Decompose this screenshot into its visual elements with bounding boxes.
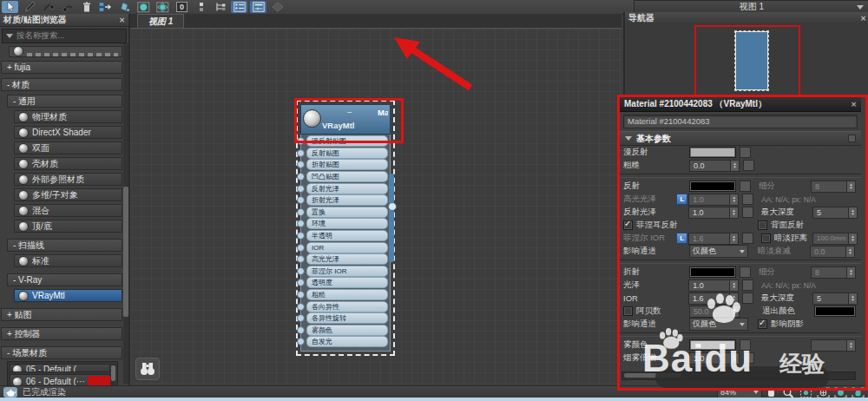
node-input-slot[interactable]: 菲涅尔 IOR [305,266,388,278]
search-options-icon[interactable] [6,34,13,38]
node-output-socket-icon[interactable] [388,202,397,211]
lock-button[interactable]: L [676,194,687,205]
parameter-close-icon[interactable]: ✕ [851,101,857,108]
scene-material-row-06[interactable]: 06 - Default (··· [10,374,110,385]
group-scene-materials[interactable]: - 场景材质 [1,346,122,359]
slot-socket-icon[interactable] [297,291,305,299]
material-type-item-vraymtl[interactable]: VRayMtl [14,289,122,302]
put-material-to-scene-icon[interactable] [40,1,56,13]
fresnel-ior-map-button[interactable] [742,233,753,244]
spinner-arrows-icon[interactable]: ▲▼ [730,161,739,171]
clipped-list-row[interactable] [9,46,122,57]
node-input-slot[interactable]: 各向异性 [305,300,388,312]
material-type-item[interactable]: 顶/底 [14,220,122,233]
material-type-item[interactable]: 外部参照材质 [14,173,122,186]
reflect-color-swatch[interactable] [689,181,736,192]
refract-subdivs-spinner[interactable]: 8▲▼ [811,266,856,279]
backside-checkbox[interactable] [758,220,767,230]
dim-distance-spinner[interactable]: 100.0mm▲▼ [812,233,858,245]
slot-socket-icon[interactable] [297,279,305,286]
refract-glossiness-map-button[interactable] [742,279,753,291]
node-output-bar[interactable] [389,174,394,262]
browser-header[interactable]: 材质/贴图浏览器 ✕ [0,14,128,27]
node-input-slot[interactable]: 透明度 [305,277,388,289]
roughness-spinner[interactable]: 0.0▲▼ [689,160,740,172]
node-input-slot[interactable]: 各异性旋转 [305,312,388,325]
reflect-affect-dropdown[interactable]: 仅颜色 [689,245,748,258]
highlight-glossiness-spinner[interactable]: 1.0▲▼ [688,194,739,206]
reflect-map-button[interactable] [740,181,751,192]
zoom-extents-selected-icon[interactable] [832,386,849,398]
binoculars-icon[interactable] [135,358,160,380]
highlight-glossiness-map-button[interactable] [742,194,753,205]
node-input-slot[interactable]: 高光光泽 [305,253,388,266]
assign-material-to-selection-icon[interactable] [116,1,133,13]
layout-children-icon[interactable] [212,1,228,13]
refract-color-swatch[interactable] [689,266,736,278]
basic-parameters-rollout[interactable]: 基本参数 [620,131,861,146]
ior-spinner[interactable]: 1.6▲▼ [688,293,739,305]
pan-selected-icon[interactable] [849,386,866,398]
scene-list-scrollbar[interactable] [111,364,115,385]
zoom-level-dropdown[interactable]: 84% [717,386,762,398]
diffuse-color-swatch[interactable] [689,147,736,158]
exit-color-swatch[interactable] [814,306,856,317]
browser-close-icon[interactable]: ✕ [119,16,125,24]
node-input-slot[interactable]: IOR [305,241,388,253]
search-by-name-input[interactable]: 按名称搜索... [2,29,127,43]
fog-color-swatch[interactable] [689,339,736,351]
slot-socket-icon[interactable] [297,137,305,145]
group-general[interactable]: - 通用 [7,95,122,108]
refract-glossiness-spinner[interactable]: 1.0▲▼ [688,279,739,292]
node-input-slot[interactable]: 半透明 [305,230,388,242]
roughness-map-button[interactable] [743,160,754,171]
refract-affect-dropdown[interactable]: 仅颜色 [689,318,748,331]
navigator-header[interactable]: 导航器 ✕ [625,12,868,25]
diffuse-map-button[interactable] [740,147,751,158]
slot-socket-icon[interactable] [297,303,305,311]
node-input-slot[interactable]: 漫反射贴图 [305,135,388,148]
material-map-browser-toggle-icon[interactable] [231,1,247,13]
zoom-region-icon[interactable] [797,386,814,398]
fog-color-map-button[interactable] [740,339,751,351]
move-children-icon[interactable] [97,1,114,13]
node-input-slot[interactable]: 凹凸贴图 [305,171,388,183]
group-fujia[interactable]: + fujia [1,61,122,74]
fog-multiplier-spinner[interactable]: 1.0▲▼ [689,352,740,365]
group-vray[interactable]: - V-Ray [7,273,122,286]
zoom-extents-icon[interactable] [814,386,832,398]
pick-material-eyedropper-icon[interactable] [21,1,37,13]
material-type-item-standard[interactable]: 标准 [14,254,122,267]
slot-socket-icon[interactable] [297,196,305,204]
node-input-slot[interactable]: 反射贴图 [305,148,388,160]
pan-hand-icon[interactable] [762,386,779,398]
group-maps[interactable]: + 贴图 [1,308,122,321]
put-to-library-icon[interactable] [59,1,76,13]
show-end-result-icon[interactable]: 0 [174,1,190,13]
slot-socket-icon[interactable] [297,208,305,216]
slot-socket-icon[interactable] [297,220,305,227]
node-input-slot[interactable]: 反射光泽 [305,182,388,194]
parameter-horizontal-scrollbar[interactable] [621,371,856,380]
scene-material-row-05[interactable]: 05 - Default ( [10,364,110,372]
node-input-slot[interactable]: 雾颜色 [305,325,388,337]
slot-socket-icon[interactable] [297,255,305,263]
node-input-slot[interactable]: 折射光泽 [305,194,388,207]
reflect-subdivs-spinner[interactable]: 8▲▼ [811,181,856,193]
reflect-glossiness-spinner[interactable]: 1.0▲▼ [688,207,739,219]
slot-socket-icon[interactable] [297,326,305,334]
slot-socket-icon[interactable] [297,232,305,240]
group-material[interactable]: - 材质 [1,78,122,91]
select-tool-icon[interactable] [2,1,18,13]
node-header[interactable]: Material #… − VRayMtl [300,104,391,135]
group-controllers[interactable]: + 控制器 [1,327,122,340]
layout-vertical-icon[interactable] [193,1,209,13]
show-realistic-material-icon[interactable] [155,1,171,13]
node-canvas[interactable]: Material #… − VRayMtl 漫反射贴图反射贴图折射贴图凹凸贴图反… [130,29,621,385]
lock-button[interactable]: L [676,233,687,244]
fresnel-checkbox[interactable] [623,220,633,230]
node-input-slot[interactable]: 折射贴图 [305,159,388,171]
fog-extra-spinner[interactable]: ▲▼ [811,339,856,352]
slot-socket-icon[interactable] [297,244,305,252]
delete-selected-icon[interactable] [78,1,95,13]
